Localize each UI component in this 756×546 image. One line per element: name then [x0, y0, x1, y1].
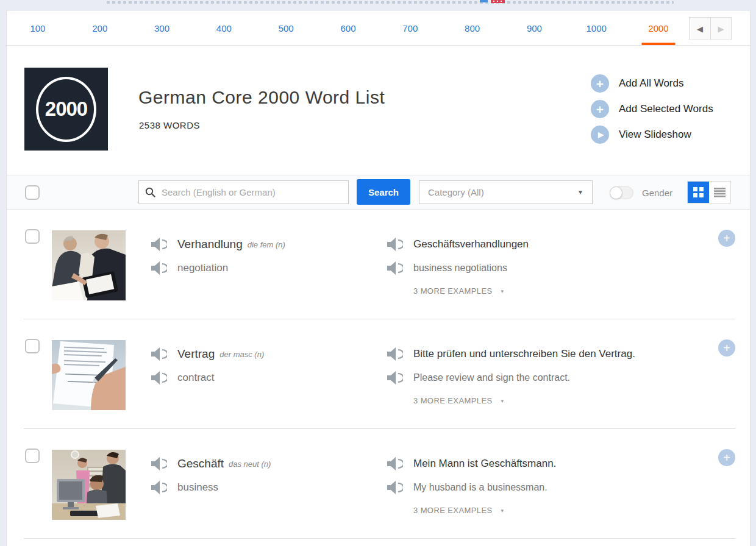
- pagination-bar: 100 200 300 400 500 600 700 800 900 1000…: [7, 11, 750, 46]
- tab-700[interactable]: 700: [379, 11, 441, 45]
- chevron-down-icon: ▾: [501, 508, 504, 514]
- word-checkbox[interactable]: [25, 229, 40, 244]
- english-translation: contract: [177, 372, 214, 384]
- gender-toggle-label: Gender: [642, 188, 672, 198]
- tab-100[interactable]: 100: [7, 11, 69, 45]
- tab-400[interactable]: 400: [193, 11, 255, 45]
- word-image-business: [52, 450, 126, 520]
- more-examples-toggle[interactable]: 3 MORE EXAMPLES ▾: [413, 506, 710, 515]
- pager-arrows: ◀ ▶: [689, 17, 732, 40]
- audio-icon[interactable]: [151, 481, 167, 494]
- example-english: My husband is a businessman.: [413, 482, 547, 493]
- english-translation: negotiation: [177, 262, 228, 274]
- more-examples-toggle[interactable]: 3 MORE EXAMPLES ▾: [413, 396, 710, 405]
- prev-page-button[interactable]: ◀: [690, 18, 710, 40]
- logo-badge-text: 2000: [45, 98, 87, 121]
- audio-icon[interactable]: [151, 261, 167, 275]
- list-view-button[interactable]: [709, 182, 730, 203]
- chevron-down-icon: ▼: [577, 189, 583, 196]
- tab-1000[interactable]: 1000: [565, 11, 627, 45]
- category-dropdown[interactable]: Category (All) ▼: [419, 180, 593, 204]
- page-title: German Core 2000 Word List: [138, 87, 385, 108]
- word-image-negotiation: [52, 230, 126, 300]
- german-word: Verhandlung: [177, 238, 243, 251]
- example-column: Mein Mann ist Geschäftsmann. My husband …: [387, 455, 710, 515]
- gender-info: die fem (n): [248, 240, 285, 249]
- grid-view-button[interactable]: [688, 182, 709, 203]
- audio-icon[interactable]: [387, 347, 403, 361]
- more-examples-label: 3 MORE EXAMPLES: [413, 396, 493, 405]
- tab-2000-active[interactable]: 2000: [627, 11, 690, 45]
- german-word: Vertrag: [177, 347, 215, 361]
- word-checkbox[interactable]: [25, 448, 40, 463]
- audio-icon[interactable]: [387, 261, 403, 275]
- plus-icon: +: [591, 100, 609, 118]
- next-page-button[interactable]: ▶: [710, 18, 731, 40]
- word-column: Verhandlung die fem (n) negotiation: [151, 236, 352, 283]
- category-dropdown-value: Category (All): [428, 187, 484, 197]
- word-column: Geschäft das neut (n) business: [151, 455, 352, 503]
- example-column: Geschäftsverhandlungen business negotiat…: [387, 236, 710, 296]
- word-column: Vertrag der masc (n) contract: [151, 346, 352, 393]
- example-german: Mein Mann ist Geschäftsmann.: [413, 458, 556, 470]
- search-button[interactable]: Search: [357, 179, 410, 205]
- top-cutoff-strip: [0, 0, 756, 11]
- add-word-button[interactable]: +: [718, 449, 735, 466]
- example-english: business negotiations: [413, 263, 507, 274]
- german-word: Geschäft: [177, 457, 224, 470]
- example-english: Please review and sign the contract.: [413, 372, 570, 383]
- example-german: Bitte prüfen und unterschreiben Sie den …: [413, 348, 635, 360]
- search-input[interactable]: [162, 187, 342, 197]
- search-icon: [145, 187, 155, 197]
- word-checkbox[interactable]: [25, 339, 40, 353]
- audio-icon[interactable]: [387, 238, 403, 251]
- grid-view-icon: [693, 187, 704, 197]
- audio-icon[interactable]: [387, 457, 403, 470]
- add-selected-words-label: Add Selected Words: [619, 103, 713, 115]
- audio-icon[interactable]: [151, 371, 167, 385]
- gender-toggle[interactable]: [610, 186, 633, 199]
- list-logo: 2000: [24, 68, 108, 151]
- content-card: 100 200 300 400 500 600 700 800 900 1000…: [6, 11, 751, 546]
- more-examples-toggle[interactable]: 3 MORE EXAMPLES ▾: [413, 286, 710, 296]
- audio-icon[interactable]: [387, 371, 403, 385]
- add-word-button[interactable]: +: [718, 230, 735, 247]
- view-mode-toggle: [687, 181, 731, 204]
- tab-800[interactable]: 800: [441, 11, 504, 45]
- word-row-geschaeft: Geschäft das neut (n) business Mein Mann…: [7, 429, 750, 539]
- example-german: Geschäftsverhandlungen: [413, 238, 529, 250]
- dash-pattern: [107, 1, 674, 4]
- add-selected-words-button[interactable]: + Add Selected Words: [591, 100, 713, 118]
- word-row-vertrag: Vertrag der masc (n) contract Bitte prüf…: [7, 319, 750, 429]
- word-count: 2538 WORDS: [139, 120, 200, 130]
- logo-ring: 2000: [36, 77, 96, 142]
- tab-300[interactable]: 300: [131, 11, 193, 45]
- search-box: [138, 180, 349, 204]
- dash-highlight-red: [491, 0, 505, 3]
- add-all-words-button[interactable]: + Add All Words: [591, 74, 713, 93]
- add-all-words-label: Add All Words: [619, 77, 683, 90]
- add-word-button[interactable]: +: [718, 339, 735, 356]
- tab-200[interactable]: 200: [69, 11, 131, 45]
- tab-500[interactable]: 500: [255, 11, 317, 45]
- word-row-verhandlung: Verhandlung die fem (n) negotiation Gesc…: [7, 210, 750, 319]
- tab-900[interactable]: 900: [504, 11, 566, 45]
- list-view-icon: [714, 187, 726, 197]
- chevron-down-icon: ▾: [501, 398, 504, 404]
- audio-icon[interactable]: [151, 347, 167, 361]
- row-divider: [24, 538, 735, 539]
- audio-icon[interactable]: [387, 481, 403, 494]
- active-tab-underline: [642, 43, 676, 45]
- english-translation: business: [177, 481, 218, 494]
- plus-icon: +: [591, 74, 609, 93]
- gender-info: der masc (n): [219, 350, 264, 359]
- view-slideshow-label: View Slideshow: [619, 129, 691, 141]
- search-toolbar: Search Category (All) ▼ Gender: [7, 175, 750, 210]
- chevron-down-icon: ▾: [501, 288, 504, 294]
- audio-icon[interactable]: [151, 457, 167, 470]
- audio-icon[interactable]: [151, 238, 167, 251]
- select-all-checkbox[interactable]: [25, 185, 40, 200]
- tab-600[interactable]: 600: [317, 11, 379, 45]
- play-icon: ▶: [591, 126, 609, 144]
- view-slideshow-button[interactable]: ▶ View Slideshow: [591, 126, 713, 144]
